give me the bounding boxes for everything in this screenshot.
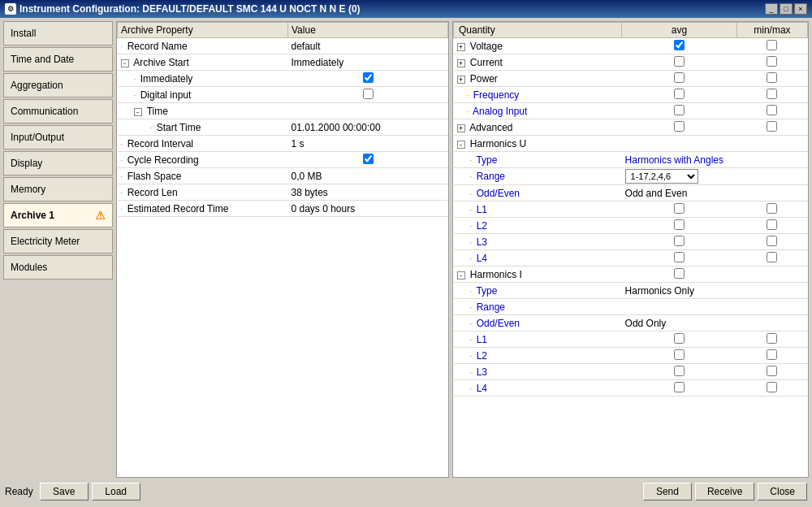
hi-l4-avg-checkbox[interactable] [674, 382, 685, 392]
expand-icon[interactable]: - [457, 141, 465, 149]
right-button-group: Send Receive Close [643, 483, 807, 500]
expand-icon[interactable]: + [457, 124, 465, 132]
expand-icon[interactable]: + [457, 76, 465, 84]
sidebar-item-label: Communication [11, 106, 78, 117]
property-value[interactable]: 1 s [288, 136, 448, 152]
hi-l1-minmax-checkbox[interactable] [767, 333, 777, 344]
table-row: · Odd/Even Odd Only [454, 315, 808, 332]
hi-l3-minmax-checkbox[interactable] [767, 366, 777, 376]
content-area: Install Time and Date Aggregation Commun… [3, 21, 809, 478]
sidebar-item-communication[interactable]: Communication [3, 99, 113, 124]
hi-l3-avg-checkbox[interactable] [674, 366, 685, 376]
current-avg-checkbox[interactable] [674, 56, 685, 67]
property-value: Harmonics Only [622, 283, 737, 299]
advanced-avg-checkbox[interactable] [674, 121, 685, 132]
app-icon: ⚙ [5, 3, 16, 15]
expand-icon[interactable]: - [134, 108, 142, 116]
hu-l3-avg-checkbox[interactable] [674, 236, 685, 246]
cycle-recording-checkbox[interactable] [363, 154, 374, 164]
property-value[interactable]: 01.01.2000 00:00:00 [288, 119, 448, 136]
close-button[interactable]: Close [758, 483, 807, 500]
table-row: · Cycle Recording [118, 152, 448, 168]
archive-table: Archive Property Value · Record Name def… [117, 22, 448, 217]
sidebar-item-aggregation[interactable]: Aggregation [3, 73, 113, 98]
table-row: - Harmonics U [454, 136, 808, 152]
table-row: · Odd/Even Odd and Even [454, 185, 808, 202]
table-row: · L4 [454, 250, 808, 266]
hu-l4-avg-checkbox[interactable] [674, 252, 685, 262]
sidebar-item-display[interactable]: Display [3, 151, 113, 176]
close-button[interactable]: × [794, 3, 807, 15]
property-value[interactable]: default [288, 38, 448, 54]
frequency-minmax-checkbox[interactable] [767, 89, 777, 99]
qty-label: L3 [477, 236, 487, 248]
quantity-panel: Quantity avg min/max + Voltage [452, 21, 809, 478]
frequency-avg-checkbox[interactable] [674, 89, 685, 99]
load-button[interactable]: Load [92, 483, 140, 500]
table-row: · L3 [454, 364, 808, 380]
advanced-minmax-checkbox[interactable] [767, 121, 777, 132]
immediately-checkbox[interactable] [363, 72, 374, 83]
maximize-button[interactable]: □ [780, 3, 793, 15]
expand-icon[interactable]: - [457, 271, 465, 280]
hu-l2-avg-checkbox[interactable] [674, 219, 685, 230]
hi-l4-minmax-checkbox[interactable] [767, 382, 777, 392]
sidebar-item-archive1[interactable]: Archive 1 ⚠ [3, 203, 113, 228]
sidebar-item-time-and-date[interactable]: Time and Date [3, 47, 113, 72]
hu-l2-minmax-checkbox[interactable] [767, 219, 777, 230]
table-row: + Voltage [454, 38, 808, 54]
hi-l1-avg-checkbox[interactable] [674, 333, 685, 344]
voltage-avg-checkbox[interactable] [674, 40, 685, 50]
range-select[interactable]: 1-17,2,4,6 1-50 1-25 [625, 169, 698, 184]
table-row: - Archive Start Immediately [118, 54, 448, 71]
send-button[interactable]: Send [643, 483, 692, 500]
hi-l2-avg-checkbox[interactable] [674, 349, 685, 360]
sidebar-item-label: Display [11, 158, 42, 169]
sidebar-item-install[interactable]: Install [3, 21, 113, 46]
save-button[interactable]: Save [40, 483, 89, 500]
analog-input-minmax-checkbox[interactable] [767, 105, 777, 115]
table-row: - Harmonics I [454, 266, 808, 283]
analog-input-avg-checkbox[interactable] [674, 105, 685, 115]
hu-l4-minmax-checkbox[interactable] [767, 252, 777, 262]
power-avg-checkbox[interactable] [674, 72, 685, 83]
table-row: · Digital input [118, 87, 448, 103]
table-row: + Current [454, 54, 808, 71]
table-row: · Record Len 38 bytes [118, 184, 448, 201]
archive-col-value: Value [288, 23, 448, 38]
table-row: · Immediately [118, 71, 448, 87]
minimize-button[interactable]: _ [765, 3, 778, 15]
qty-label: Current [470, 57, 503, 68]
qty-label: Advanced [469, 122, 512, 133]
power-minmax-checkbox[interactable] [767, 72, 777, 83]
expand-icon[interactable]: + [457, 43, 465, 51]
harmonics-i-avg-checkbox[interactable] [674, 268, 685, 279]
receive-button[interactable]: Receive [695, 483, 754, 500]
sidebar-item-modules[interactable]: Modules [3, 255, 113, 280]
sidebar-item-label: Archive 1 [11, 210, 54, 221]
qty-label: Power [470, 73, 498, 84]
hu-l3-minmax-checkbox[interactable] [767, 236, 777, 246]
table-row: - Time [118, 103, 448, 119]
sidebar-item-input-output[interactable]: Input/Output [3, 125, 113, 150]
table-row: + Advanced [454, 119, 808, 136]
digital-input-checkbox[interactable] [363, 89, 374, 99]
table-row: · L2 [454, 218, 808, 234]
window-title: Instrument Configuration: DEFAULT/DEFAUL… [19, 3, 361, 15]
sidebar-item-electricity-meter[interactable]: Electricity Meter [3, 229, 113, 254]
hi-l2-minmax-checkbox[interactable] [767, 349, 777, 360]
table-row: · L3 [454, 234, 808, 250]
voltage-minmax-checkbox[interactable] [767, 40, 777, 50]
hu-l1-minmax-checkbox[interactable] [767, 203, 777, 214]
qty-label: Voltage [470, 41, 503, 52]
qty-label: L1 [477, 334, 487, 345]
property-value: 0,0 MB [288, 168, 448, 184]
hu-l1-avg-checkbox[interactable] [674, 203, 685, 214]
table-row: · Flash Space 0,0 MB [118, 168, 448, 184]
current-minmax-checkbox[interactable] [767, 56, 777, 67]
expand-icon[interactable]: - [121, 59, 129, 67]
table-row: · Analog Input [454, 103, 808, 119]
sidebar-item-memory[interactable]: Memory [3, 177, 113, 202]
expand-icon[interactable]: + [457, 59, 465, 67]
property-label: Start Time [157, 122, 201, 133]
